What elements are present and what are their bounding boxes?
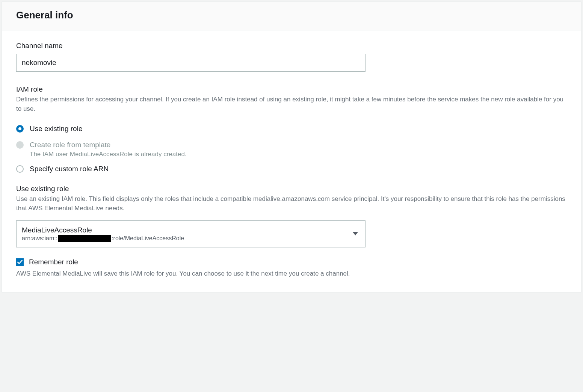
iam-role-label: IAM role (16, 85, 567, 93)
remember-role-checkbox-row[interactable]: Remember role (16, 258, 567, 266)
panel-header: General info (2, 2, 581, 30)
redacted-account-id (58, 235, 111, 242)
iam-role-section: IAM role Defines the permissions for acc… (16, 85, 567, 279)
radio-button-icon (16, 141, 24, 149)
check-icon (17, 260, 23, 264)
existing-role-description: Use an existing IAM role. This field dis… (16, 194, 567, 213)
remember-role-checkbox[interactable] (16, 258, 24, 266)
remember-role-helper: AWS Elemental MediaLive will save this I… (16, 269, 567, 279)
radio-button-icon[interactable] (16, 125, 24, 133)
channel-name-label: Channel name (16, 42, 567, 50)
remember-role-label: Remember role (29, 258, 78, 266)
existing-role-label: Use existing role (16, 185, 567, 193)
radio-use-existing[interactable]: Use existing role (16, 121, 567, 137)
panel-title: General info (16, 9, 567, 21)
radio-template-sub: The IAM user MediaLiveAccessRole is alre… (30, 151, 567, 158)
panel-body: Channel name IAM role Defines the permis… (2, 30, 581, 292)
radio-custom-label: Specify custom role ARN (30, 164, 567, 174)
svg-marker-0 (353, 232, 358, 235)
channel-name-field: Channel name (16, 42, 567, 72)
radio-custom-arn[interactable]: Specify custom role ARN (16, 161, 567, 177)
radio-existing-label: Use existing role (30, 124, 567, 134)
role-select[interactable]: MediaLiveAccessRole arn:aws:iam:::role/M… (16, 220, 366, 247)
radio-template-label: Create role from template (30, 140, 567, 150)
iam-role-description: Defines the permissions for accessing yo… (16, 95, 567, 113)
channel-name-input[interactable] (16, 54, 366, 72)
caret-down-icon (353, 231, 358, 237)
role-select-primary: MediaLiveAccessRole (22, 226, 347, 234)
role-select-box[interactable]: MediaLiveAccessRole arn:aws:iam:::role/M… (16, 220, 366, 247)
role-select-secondary: arn:aws:iam:::role/MediaLiveAccessRole (22, 235, 347, 242)
iam-role-radio-group: Use existing role Create role from templ… (16, 121, 567, 177)
radio-create-template: Create role from template The IAM user M… (16, 137, 567, 161)
radio-button-icon[interactable] (16, 165, 24, 173)
general-info-panel: General info Channel name IAM role Defin… (2, 2, 581, 292)
